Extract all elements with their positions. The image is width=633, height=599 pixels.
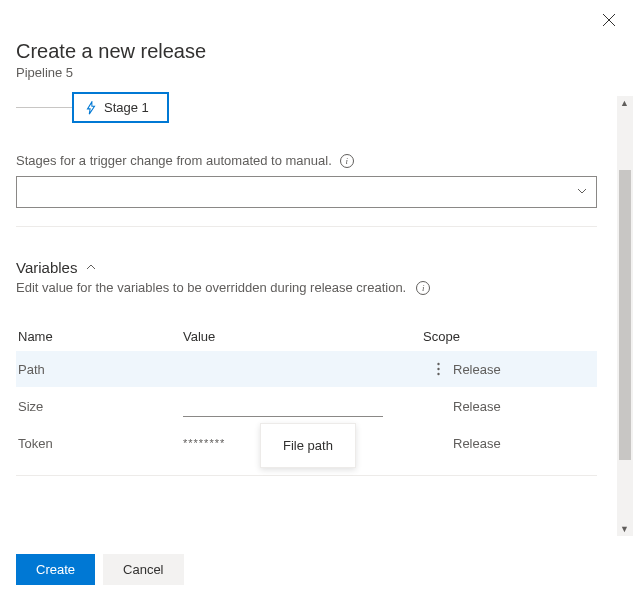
close-button[interactable] [597,8,621,32]
info-icon[interactable]: i [416,281,430,295]
value-input[interactable] [183,395,383,417]
create-button[interactable]: Create [16,554,95,585]
stage-label: Stage 1 [104,100,149,115]
svg-point-0 [437,363,439,365]
column-header-value: Value [183,329,423,344]
more-options-button[interactable] [423,362,453,376]
trigger-section-label: Stages for a trigger change from automat… [16,153,597,168]
svg-point-1 [437,368,439,370]
var-scope-cell: Release [453,362,595,377]
page-title: Create a new release [16,40,617,63]
column-header-name: Name [18,329,183,344]
var-scope-cell: Release [453,436,595,451]
chevron-down-icon [576,184,588,200]
stage-diagram: Stage 1 [16,92,597,123]
scrollbar-thumb[interactable] [619,170,631,460]
var-name-cell: Size [18,399,183,414]
table-bottom-divider [16,475,597,476]
section-divider [16,226,597,227]
var-scope-cell: Release [453,399,595,414]
trigger-stages-dropdown[interactable] [16,176,597,208]
pipeline-name: Pipeline 5 [16,65,617,80]
chevron-up-icon [85,259,97,276]
scroll-down-arrow[interactable]: ▼ [620,524,629,534]
tooltip: File path [260,423,356,468]
close-icon [602,13,616,27]
table-row[interactable]: Size Release [16,387,597,425]
column-header-scope: Scope [423,329,595,344]
info-icon[interactable]: i [340,154,354,168]
stage-box[interactable]: Stage 1 [72,92,169,123]
svg-point-2 [437,373,439,375]
var-value-cell[interactable] [183,395,423,417]
table-row[interactable]: Path Release [16,351,597,387]
cancel-button[interactable]: Cancel [103,554,183,585]
var-name-cell: Path [18,362,183,377]
action-buttons: Create Cancel [16,554,184,585]
var-name-cell: Token [18,436,183,451]
scroll-up-arrow[interactable]: ▲ [620,98,629,108]
table-header-row: Name Value Scope [16,323,597,351]
variables-help-text: Edit value for the variables to be overr… [16,280,597,295]
lightning-manual-icon [84,101,98,115]
variables-section-header[interactable]: Variables [16,259,597,276]
stage-connector-line [16,107,72,108]
kebab-icon [437,362,440,376]
